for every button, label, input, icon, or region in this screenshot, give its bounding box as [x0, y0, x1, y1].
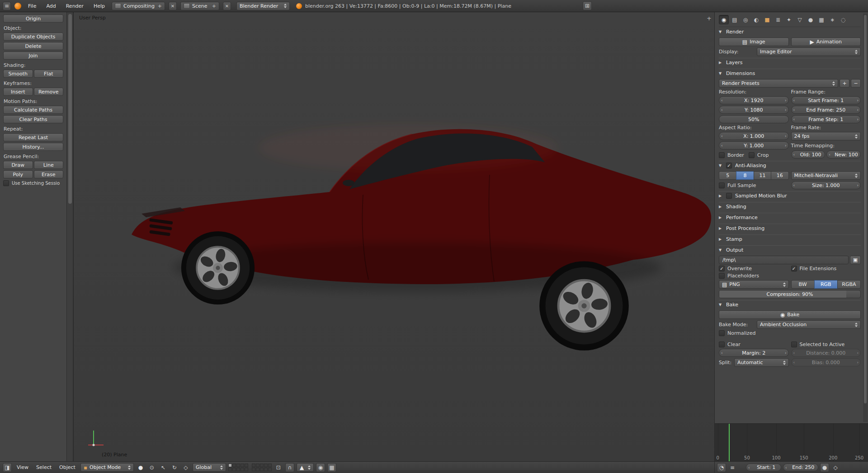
- layer-dot[interactable]: [241, 468, 244, 471]
- menu-object[interactable]: Object: [57, 464, 78, 471]
- tab-scene[interactable]: ◎: [741, 15, 750, 24]
- panel-header-layers[interactable]: ▶ Layers: [719, 58, 861, 67]
- gp-draw-button[interactable]: Draw: [3, 161, 33, 169]
- render-presets-dropdown[interactable]: Render Presets: [719, 79, 838, 88]
- render-engine-dropdown[interactable]: Blender Render: [236, 2, 290, 10]
- tab-material[interactable]: ●: [806, 15, 816, 24]
- normalized-checkbox[interactable]: [719, 330, 725, 336]
- scrollbar-handle[interactable]: [864, 15, 867, 403]
- remove-preset-button[interactable]: −: [851, 79, 861, 88]
- tab-particles[interactable]: ∗: [827, 15, 837, 24]
- layer-dot-active[interactable]: [228, 464, 232, 467]
- panel-header-shading[interactable]: ▶ Shading: [719, 202, 861, 211]
- timeline-end-field[interactable]: ‹End: 250: [783, 464, 818, 471]
- compression-slider[interactable]: Compression: 90%: [719, 290, 861, 298]
- layer-dot[interactable]: [260, 468, 264, 471]
- aa-samples-5-button[interactable]: 5: [719, 171, 736, 180]
- layer-dot[interactable]: [236, 464, 240, 467]
- transform-orientation-dropdown[interactable]: Global: [193, 463, 226, 472]
- layer-dot[interactable]: [256, 464, 259, 467]
- manipulator-scale-icon[interactable]: ◇: [181, 463, 190, 472]
- display-dropdown[interactable]: Image Editor: [757, 47, 861, 56]
- repeat-last-button[interactable]: Repeat Last: [3, 133, 63, 141]
- menu-select[interactable]: Select: [33, 464, 54, 471]
- color-bw-button[interactable]: BW: [791, 280, 815, 289]
- layer-dot[interactable]: [241, 464, 244, 467]
- layer-dot[interactable]: [260, 464, 264, 467]
- file-extensions-checkbox[interactable]: ✓: [791, 266, 797, 272]
- gp-erase-button[interactable]: Erase: [34, 170, 64, 178]
- scrollbar-handle[interactable]: [68, 14, 72, 204]
- editor-type-timeline-button[interactable]: ◔: [717, 463, 726, 472]
- timeline-ruler[interactable]: 0 50 100 150 200 250: [715, 423, 868, 461]
- duplicate-objects-button[interactable]: Duplicate Objects: [3, 33, 63, 41]
- end-frame-field[interactable]: ‹End Frame: 250›: [791, 106, 861, 114]
- use-sketching-checkbox[interactable]: [3, 180, 9, 186]
- editor-type-3dview-button[interactable]: ◨: [3, 463, 12, 472]
- time-remap-old-field[interactable]: ‹Old: 100: [791, 150, 826, 159]
- panel-header-output[interactable]: ▼ Output: [719, 245, 861, 254]
- close-scene-button[interactable]: ✕: [223, 2, 231, 10]
- selected-to-active-checkbox[interactable]: [791, 342, 797, 347]
- tool-shelf-scrollbar[interactable]: [67, 12, 73, 461]
- layers-widget[interactable]: [228, 464, 272, 471]
- mode-dropdown[interactable]: ▪ Object Mode: [80, 463, 134, 472]
- layer-dot[interactable]: [268, 464, 272, 467]
- anti-aliasing-checkbox[interactable]: ✓: [726, 163, 732, 169]
- frame-rate-dropdown[interactable]: 24 fps: [791, 132, 861, 140]
- aspect-x-field[interactable]: ‹X: 1.000›: [719, 132, 789, 140]
- bake-button[interactable]: ◉ Bake: [719, 310, 861, 319]
- snap-magnet-icon[interactable]: ∩: [285, 463, 294, 472]
- layer-dot[interactable]: [232, 468, 236, 471]
- layer-dot[interactable]: [236, 468, 240, 471]
- timeline-menus-icon[interactable]: ≡: [728, 463, 737, 472]
- overwrite-checkbox[interactable]: ✓: [719, 266, 725, 272]
- gp-line-button[interactable]: Line: [34, 161, 64, 169]
- keying-set-icon[interactable]: ◇: [831, 463, 840, 472]
- window-duplicate-icon[interactable]: ⊞: [583, 1, 592, 10]
- gp-poly-button[interactable]: Poly: [3, 170, 33, 178]
- bake-clear-checkbox[interactable]: [719, 342, 725, 347]
- join-button[interactable]: Join: [3, 52, 63, 60]
- aa-samples-16-button[interactable]: 16: [771, 171, 788, 180]
- pivot-point-icon[interactable]: ⊙: [147, 463, 156, 472]
- render-animation-button[interactable]: ▶ Animation: [791, 37, 861, 46]
- time-remap-new-field[interactable]: ‹New: 100: [826, 150, 861, 159]
- layer-dot[interactable]: [252, 468, 255, 471]
- render-opengl-anim-icon[interactable]: ▦: [327, 463, 336, 472]
- browse-folder-icon[interactable]: ▣: [850, 256, 861, 264]
- tab-render[interactable]: ◉: [719, 15, 729, 24]
- aspect-y-field[interactable]: ‹Y: 1.000›: [719, 141, 789, 150]
- render-image-button[interactable]: ▤ Image: [719, 37, 789, 46]
- history-button[interactable]: History...: [3, 143, 63, 151]
- crop-checkbox[interactable]: [749, 152, 755, 158]
- layer-dot[interactable]: [245, 468, 248, 471]
- panel-header-post-processing[interactable]: ▶ Post Processing: [719, 224, 861, 233]
- remove-keyframe-button[interactable]: Remove: [34, 88, 64, 96]
- clear-paths-button[interactable]: Clear Paths: [3, 115, 63, 123]
- layer-dot[interactable]: [268, 468, 272, 471]
- aa-samples-8-button[interactable]: 8: [736, 171, 754, 180]
- render-opengl-icon[interactable]: ◉: [316, 463, 325, 472]
- tab-constraints[interactable]: ≣: [773, 15, 783, 24]
- close-layout-button[interactable]: ✕: [169, 2, 177, 10]
- tab-physics[interactable]: ◌: [838, 15, 848, 24]
- add-scene-icon[interactable]: +: [212, 3, 216, 9]
- layer-dot[interactable]: [256, 468, 259, 471]
- menu-add[interactable]: Add: [43, 2, 59, 10]
- snap-element-dropdown[interactable]: ▲: [297, 463, 314, 472]
- viewport-3d[interactable]: User Persp (20) Plane +: [74, 12, 714, 461]
- region-expand-plus-icon[interactable]: +: [707, 15, 712, 22]
- split-dropdown[interactable]: Automatic: [734, 358, 788, 367]
- screen-layout-selector[interactable]: Compositing +: [112, 2, 165, 10]
- resolution-x-field[interactable]: ‹X: 1920›: [719, 96, 789, 104]
- insert-keyframe-button[interactable]: Insert: [3, 88, 33, 96]
- editor-type-info-button[interactable]: ≡: [3, 2, 11, 10]
- tab-object[interactable]: ■: [762, 15, 772, 24]
- border-checkbox[interactable]: [719, 152, 725, 158]
- bake-margin-field[interactable]: ‹Margin: 2›: [719, 349, 789, 357]
- add-layout-icon[interactable]: +: [158, 3, 162, 9]
- menu-view[interactable]: View: [14, 464, 31, 471]
- smooth-button[interactable]: Smooth: [3, 70, 33, 78]
- output-path-field[interactable]: /tmp\: [719, 256, 849, 264]
